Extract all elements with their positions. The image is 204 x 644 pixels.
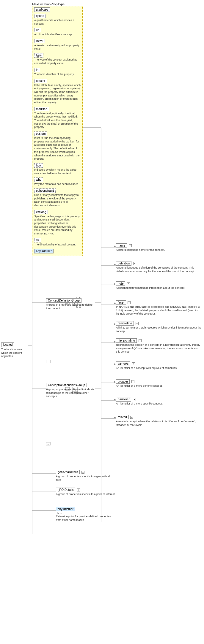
attr-any-other-label[interactable]: any ##other bbox=[34, 249, 54, 253]
attr-id: id The local identifier of the property. bbox=[32, 67, 82, 78]
right-item-facet: facet + In NAR 1.8 and later, facet is d… bbox=[116, 300, 202, 316]
any-other-mult: 0..∞ bbox=[57, 512, 115, 515]
attr-creator-label[interactable]: creator bbox=[34, 79, 47, 83]
note-expand-icon[interactable]: + bbox=[127, 282, 130, 285]
poi-details-label[interactable]: _POIDetails bbox=[56, 488, 75, 492]
attr-id-label[interactable]: id bbox=[34, 68, 40, 72]
geo-area-details-label[interactable]: geoAreaDetails bbox=[56, 470, 80, 474]
poi-details-item: _POIDetails + A group of properties spec… bbox=[56, 488, 115, 496]
attr-how-label[interactable]: how bbox=[34, 163, 43, 168]
right-broader-label[interactable]: broader bbox=[116, 379, 130, 384]
name-expand-icon[interactable]: + bbox=[129, 244, 132, 247]
concept-def-group-desc: A group of properties required to define… bbox=[46, 303, 97, 310]
svg-marker-31 bbox=[114, 417, 116, 418]
attr-xmllang-desc: Specifies the language of this property … bbox=[34, 215, 81, 236]
sameas-expand-icon[interactable]: + bbox=[132, 362, 135, 365]
right-related-label[interactable]: related bbox=[116, 415, 129, 419]
poi-details-desc: A group of properties specific to a poin… bbox=[56, 493, 115, 496]
concept-rel-group-label[interactable]: ConceptRelationshipsGroup bbox=[46, 383, 87, 387]
right-name-desc: A natural language name for the concept. bbox=[116, 248, 202, 252]
geo-area-details-item: geoAreaDetails + A group of properties s… bbox=[56, 470, 115, 482]
right-facet-desc: In NAR 1.8 and later, facet is deprecate… bbox=[116, 305, 202, 316]
right-item-narrower: narrower + An identifier of a more speci… bbox=[116, 397, 202, 406]
right-sameas-label[interactable]: sameAs bbox=[116, 361, 130, 366]
poi-expand-icon[interactable]: + bbox=[77, 488, 80, 491]
svg-text:...: ... bbox=[47, 442, 49, 445]
attr-uri-label[interactable]: uri bbox=[34, 28, 41, 32]
attr-type: type The type of the concept assigned as… bbox=[32, 53, 82, 67]
attr-literal: literal A free-text value assigned as pr… bbox=[32, 38, 82, 53]
svg-rect-46 bbox=[46, 442, 50, 445]
hierarchyinfo-expand-icon[interactable]: + bbox=[139, 339, 142, 342]
right-item-related: related + A related concept, where the r… bbox=[116, 415, 202, 427]
geo-area-details-desc: A group of properties specific to a geop… bbox=[56, 475, 115, 482]
attr-why-desc: Why the metadata has been included. bbox=[34, 183, 81, 186]
attr-type-label[interactable]: type bbox=[34, 53, 43, 58]
svg-marker-25 bbox=[114, 302, 116, 304]
concept-def-group: ConceptDefinitionGroup A group of proper… bbox=[46, 298, 97, 310]
concept-rel-group-desc: A group of properties required to indica… bbox=[46, 388, 97, 398]
right-item-broader: broader + An identifier of a more generi… bbox=[116, 379, 202, 388]
attr-dir-desc: The directionality of textual content. bbox=[34, 243, 81, 247]
attr-any-other: any ##other bbox=[32, 248, 82, 256]
remoteinfo-expand-icon[interactable]: + bbox=[136, 322, 139, 325]
attr-literal-label[interactable]: literal bbox=[34, 39, 45, 43]
attr-qcode-label[interactable]: qcode bbox=[34, 14, 46, 18]
right-sameas-desc: An identifier of a concept with equivale… bbox=[116, 367, 202, 370]
attr-xmllang-label[interactable]: xmllang bbox=[34, 210, 48, 214]
attr-modified-desc: The date (and, optionally, the time) whe… bbox=[34, 112, 81, 129]
geo-area-expand-icon[interactable]: + bbox=[81, 471, 84, 474]
right-item-remoteinfo: remoteInfo + A link to an item or a web … bbox=[116, 321, 202, 333]
right-related-desc: A related concept, where the relationshi… bbox=[116, 420, 202, 427]
right-name-label[interactable]: name bbox=[116, 243, 127, 248]
right-hierarchyinfo-label[interactable]: hierarchyInfo bbox=[116, 338, 137, 343]
right-narrower-desc: An identifier of a more specific concept… bbox=[116, 402, 202, 406]
attr-creator-desc: If the attribute is empty, specifies whi… bbox=[34, 84, 81, 104]
right-item-name: name + A natural language name for the c… bbox=[116, 243, 202, 252]
right-remoteinfo-label[interactable]: remoteInfo bbox=[116, 321, 134, 326]
right-narrower-label[interactable]: narrower bbox=[116, 397, 131, 402]
svg-marker-22 bbox=[114, 245, 116, 247]
attr-how: how Indicates by which means the value w… bbox=[32, 163, 82, 177]
broader-expand-icon[interactable]: + bbox=[131, 380, 134, 383]
located-desc: The location from which the content orig… bbox=[1, 348, 28, 358]
svg-marker-23 bbox=[114, 264, 116, 266]
right-broader-desc: An identifier of a more generic concept. bbox=[116, 384, 202, 388]
narrower-expand-icon[interactable]: + bbox=[133, 398, 136, 401]
any-other-bottom-label[interactable]: any ##other bbox=[56, 507, 75, 511]
attr-dir-label[interactable]: dir bbox=[34, 238, 41, 242]
related-expand-icon[interactable]: + bbox=[130, 416, 133, 419]
attr-how-desc: Indicates by which means the value was e… bbox=[34, 168, 81, 175]
right-hierarchyinfo-desc: Represents the position of a concept in … bbox=[116, 343, 202, 354]
facet-expand-icon[interactable]: + bbox=[128, 301, 131, 304]
svg-marker-28 bbox=[114, 363, 116, 365]
right-facet-label[interactable]: facet bbox=[116, 300, 126, 305]
located-box: located The location from which the cont… bbox=[1, 342, 28, 358]
definition-expand-icon[interactable]: + bbox=[133, 262, 136, 265]
right-note-label[interactable]: note bbox=[116, 281, 125, 286]
attr-xmllang: xmllang Specifies the language of this p… bbox=[32, 209, 82, 237]
right-item-hierarchyinfo: hierarchyInfo + Represents the position … bbox=[116, 338, 202, 354]
attr-modified-label[interactable]: modified bbox=[34, 107, 49, 111]
attr-uri: uri A URI which identifies a concept. bbox=[32, 27, 82, 38]
attr-why-label[interactable]: why bbox=[34, 177, 43, 182]
svg-marker-30 bbox=[114, 399, 116, 401]
right-definition-label[interactable]: definition bbox=[116, 261, 131, 266]
attr-custom-label[interactable]: custom bbox=[34, 131, 47, 136]
svg-marker-29 bbox=[114, 381, 116, 383]
attributes-label[interactable]: attributes bbox=[34, 7, 50, 12]
right-item-definition: definition + A natural language definiti… bbox=[116, 261, 202, 273]
right-definition-desc: A natural language definition of the sem… bbox=[116, 266, 202, 273]
located-label[interactable]: located bbox=[1, 342, 14, 347]
concept-rel-group: ConceptRelationshipsGroup A group of pro… bbox=[46, 383, 97, 398]
attr-id-desc: The local identifier of the property. bbox=[34, 73, 81, 76]
svg-text:...: ... bbox=[47, 360, 49, 363]
attr-pubconstraint: pubconstraint One or many constraints th… bbox=[32, 188, 82, 209]
diagram-title: FlexLocationPropType bbox=[32, 2, 65, 6]
diagram-container: ... ⊕ ... ⊕ 1..2 0..∞ 1..2 0..∞ ... ... … bbox=[0, 0, 204, 644]
concept-def-group-label[interactable]: ConceptDefinitionGroup bbox=[46, 298, 81, 303]
attr-pubconstraint-label[interactable]: pubconstraint bbox=[34, 188, 56, 193]
attr-pubconstraint-desc: One or many constraints that apply to pu… bbox=[34, 193, 81, 207]
attr-type-desc: The type of the concept assigned as cont… bbox=[34, 58, 81, 65]
svg-marker-26 bbox=[114, 323, 116, 325]
